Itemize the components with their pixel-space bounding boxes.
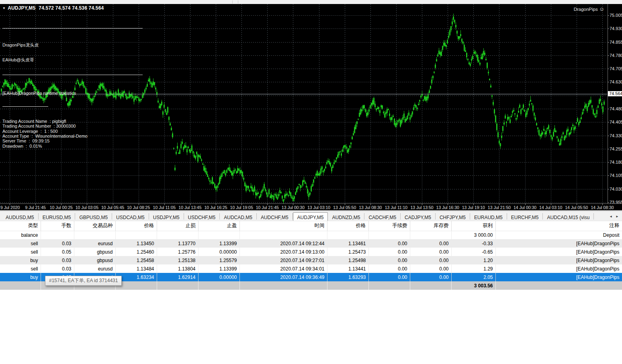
time-axis-label: 13 Jul 13:50	[410, 205, 433, 210]
time-axis-label: 14 Jul 08:30	[591, 205, 614, 210]
cell-tp: 1.13399	[198, 264, 239, 273]
time-axis[interactable]: 9 Jul 20209 Jul 21:4510 Jul 00:2510 Jul …	[0, 203, 622, 210]
cell-swap: 0.00	[410, 273, 451, 281]
total-cell-swap	[410, 281, 451, 290]
time-axis-label: 13 Jul 16:30	[436, 205, 459, 210]
total-cell-price2	[327, 281, 368, 290]
column-header-symbol: 交易品种	[74, 221, 115, 231]
stats-title: [EAHub]DragonPips runtime statistics	[2, 91, 143, 96]
table-row-sell[interactable]: sell0.05gbpusd1.254601.257760.000002020.…	[0, 248, 622, 256]
tab-scroll-left-icon[interactable]: ◄	[609, 215, 612, 218]
price-axis-label: 74.180	[610, 160, 622, 165]
cell-swap: 0.00	[410, 239, 451, 248]
chart-ohlc-quotes: 74.572 74.574 74.536 74.564	[39, 5, 104, 11]
cell-tp: 0.00000	[198, 248, 239, 256]
chart-tab-usdchf-m5[interactable]: USDCHF,M5	[184, 213, 220, 220]
toolbar-separator	[232, 0, 233, 4]
chart-tab-usdcad-m5[interactable]: USDCAD,M5	[112, 213, 149, 220]
cell-tp: 0.00000	[198, 273, 239, 281]
column-header-comment: 注释	[495, 221, 622, 231]
cell-profit: 3 000.00	[451, 231, 495, 239]
cell-commission: 0.00	[368, 256, 410, 264]
cell-time: 2020.07.14 09:27:01	[239, 256, 327, 264]
chart-tab-usdjpy-m5[interactable]: USDJPY,M5	[149, 213, 184, 220]
price-axis-tick	[608, 189, 609, 189]
chart-tab-audjpy-m5[interactable]: AUDJPY,M5	[293, 212, 328, 221]
price-axis-tick	[608, 175, 609, 176]
chart-tab-audcad-m15-visu[interactable]: AUDCAD,M15 (visu	[543, 213, 594, 220]
chart-tab-gbpusd-m5[interactable]: GBPUSD,M5	[75, 213, 112, 220]
table-row-sell[interactable]: sell0.03eurusd1.134501.137701.133992020.…	[0, 239, 622, 248]
chart-tab-eurchf-m5[interactable]: EURCHF,M5	[507, 213, 543, 220]
cell-time: 2020.07.14 09:12:44	[239, 239, 327, 248]
table-row-buy[interactable]: buy0.03gbpusd1.254581.251381.255792020.0…	[0, 256, 622, 264]
brand-line-2: EAHub@头皮哥	[2, 57, 143, 62]
column-header-price2: 价格	[327, 221, 368, 231]
time-axis-label: 13 Jul 21:50	[488, 205, 511, 210]
chart-tab-cadchf-m5[interactable]: CADCHF,M5	[364, 213, 401, 220]
column-header-commission: 手续费	[368, 221, 410, 231]
price-axis-label: 74.105	[610, 173, 622, 178]
time-axis-label: 14 Jul 05:50	[565, 205, 588, 210]
price-axis-label: 75.005	[610, 13, 622, 18]
cell-sl: 1.13804	[157, 264, 198, 273]
time-axis-label: 14 Jul 03:10	[539, 205, 562, 210]
price-axis-tick	[608, 69, 609, 69]
chart-menu-arrow-icon[interactable]: ▼	[2, 6, 6, 10]
chart-tab-euraud-m5[interactable]: EURAUD,M5	[470, 213, 507, 220]
table-row-sell[interactable]: sell0.03eurusd1.134841.138041.133992020.…	[0, 264, 622, 273]
chart-title: ▼AUDJPY,M574.572 74.574 74.536 74.564	[2, 5, 104, 11]
chart-tab-cadjpy-m5[interactable]: CADJPY,M5	[401, 213, 436, 220]
chart-tab-audcad-m5[interactable]: AUDCAD,M5	[220, 213, 257, 220]
cell-type: sell	[0, 239, 41, 248]
chart-tab-audusd-m5[interactable]: AUDUSD,M5	[2, 213, 39, 220]
chart-tab-eurusd-m5[interactable]: EURUSD,M5	[39, 213, 76, 220]
cell-tp: 1.13399	[198, 239, 239, 248]
time-axis-label: 9 Jul 2020	[0, 205, 20, 210]
tab-scroll-right-icon[interactable]: ►	[616, 215, 619, 218]
price-axis-tick	[608, 162, 609, 163]
cell-lots: 0.03	[41, 239, 74, 248]
stats-line: Drawdown : 0.01%	[2, 144, 143, 148]
cell-swap: 0.00	[410, 256, 451, 264]
cell-commission: 0.00	[368, 273, 410, 281]
time-axis-label: 10 Jul 11:05	[153, 205, 176, 210]
stats-line: Server Time : 09:39:15	[2, 138, 143, 143]
chart-symbol-label: AUDJPY,M5	[8, 5, 35, 11]
chart-tab-audchf-m5[interactable]: AUDCHF,M5	[257, 213, 293, 220]
overlay-divider	[2, 75, 143, 75]
price-axis-label: 74.405	[610, 120, 622, 124]
chart-tab-chfjpy-m5[interactable]: CHFJPY,M5	[436, 213, 470, 220]
price-axis-label: 74.930	[610, 26, 622, 31]
total-cell-type	[0, 281, 41, 290]
ea-stats-overlay: DragonPips龙头皮 EAHub@头皮哥 [EAHub]DragonPip…	[2, 16, 143, 158]
cell-sl: 1.62914	[157, 273, 198, 281]
time-axis-label: 13 Jul 03:10	[307, 205, 330, 210]
bottom-empty-area	[0, 290, 622, 364]
brand-line-1: DragonPips龙头皮	[2, 43, 143, 47]
total-cell-time	[239, 281, 327, 290]
chart-tab-audnzd-m5[interactable]: AUDNZD,M5	[328, 213, 364, 220]
chart-window[interactable]: ▼AUDJPY,M574.572 74.574 74.536 74.564 Dr…	[0, 4, 622, 210]
cell-commission: 0.00	[368, 239, 410, 248]
time-axis-label: 10 Jul 00:25	[50, 205, 73, 210]
cell-price	[115, 231, 157, 239]
cell-comment: [EAHub]DragonPips	[495, 256, 622, 264]
cell-type: sell	[0, 264, 41, 273]
price-axis[interactable]: 75.00574.93074.85574.78074.70574.63074.4…	[608, 4, 622, 203]
total-cell-commission	[368, 281, 410, 290]
cell-lots: 0.05	[41, 248, 74, 256]
cell-symbol: eurusd	[74, 239, 115, 248]
cell-price2: 1.13441	[327, 264, 368, 273]
column-header-type: 类型	[0, 221, 41, 231]
cell-swap	[410, 231, 451, 239]
price-axis-tick	[608, 122, 609, 122]
cell-profit: 1.20	[451, 256, 495, 264]
price-axis-label: 74.330	[610, 133, 622, 138]
cell-symbol: gbpusd	[74, 256, 115, 264]
table-row-balance[interactable]: balance3 000.00Deposit	[0, 231, 622, 239]
time-axis-label: 10 Jul 08:25	[127, 205, 150, 210]
cell-price2: 1.63293	[327, 273, 368, 281]
cell-type: balance	[0, 231, 41, 239]
price-axis-tick	[608, 149, 609, 149]
